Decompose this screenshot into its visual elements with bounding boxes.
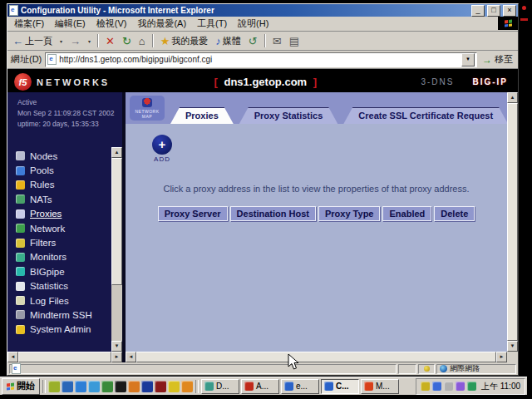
- favorites-button[interactable]: ★我的最愛: [158, 34, 211, 48]
- table-header-proxy-server[interactable]: Proxy Server: [158, 206, 228, 221]
- task-button-label: C...: [336, 382, 349, 391]
- quick-launch-icon-6[interactable]: [115, 381, 126, 392]
- nats-icon: [16, 195, 25, 204]
- history-button[interactable]: ↺: [246, 35, 260, 47]
- table-header-proxy-type[interactable]: Proxy Type: [318, 206, 381, 221]
- menu-item-file[interactable]: 檔案(F): [9, 17, 49, 31]
- tray-icon-3[interactable]: [444, 382, 453, 391]
- quick-launch-icon-4[interactable]: [88, 381, 100, 392]
- scroll-thumb[interactable]: [18, 352, 111, 362]
- network-map-button[interactable]: NETWORK MAP: [130, 96, 165, 121]
- table-header-delete[interactable]: Delete: [434, 206, 475, 221]
- menu-bar: 檔案(F)編輯(E)檢視(V)我的最愛(A)工具(T)說明(H): [7, 17, 518, 32]
- system-admin-icon: [16, 325, 25, 334]
- sidebar-item-nodes[interactable]: Nodes: [16, 149, 109, 163]
- quick-launch-icon-2[interactable]: [62, 381, 73, 392]
- sidebar-item-network[interactable]: Network: [16, 221, 109, 235]
- minimize-button[interactable]: _: [471, 5, 485, 17]
- home-button[interactable]: ⌂: [136, 35, 148, 47]
- sidebar-item-pools[interactable]: Pools: [16, 163, 109, 177]
- refresh-button[interactable]: ↻: [120, 35, 134, 47]
- tab-proxies[interactable]: Proxies: [170, 107, 234, 124]
- status-active: Active: [17, 97, 122, 108]
- back-button[interactable]: ←上一頁: [10, 34, 55, 48]
- quick-launch-icon-5[interactable]: [101, 381, 113, 392]
- quick-launch-icon-8[interactable]: [141, 381, 153, 392]
- sidebar-item-log-files[interactable]: Log Files: [16, 293, 109, 308]
- quick-launch-icon-7[interactable]: [128, 381, 140, 392]
- menu-item-help[interactable]: 說明(H): [233, 17, 273, 31]
- back-dropdown[interactable]: ▾: [57, 37, 65, 45]
- tab-proxy-statistics[interactable]: Proxy Statistics: [239, 107, 338, 124]
- scroll-down-icon[interactable]: ▼: [111, 341, 122, 352]
- sidebar-item-mindterm-ssh[interactable]: Mindterm SSH: [16, 308, 109, 322]
- stop-button[interactable]: ✕: [103, 35, 117, 47]
- task-button-2[interactable]: A...: [241, 379, 279, 394]
- add-proxy-button[interactable]: + ADD: [142, 135, 182, 163]
- menu-item-edit[interactable]: 編輯(E): [50, 17, 91, 31]
- maximize-button[interactable]: □: [487, 5, 500, 17]
- sidebar-item-statistics[interactable]: Statistics: [16, 279, 109, 293]
- quick-launch-icon-11[interactable]: [181, 381, 193, 392]
- quick-launch-icon-1[interactable]: [48, 381, 60, 392]
- address-input[interactable]: e http://dns1.getop.com/bigipgui/bigconf…: [45, 52, 477, 67]
- sidebar-horizontal-scrollbar[interactable]: ◄ ►: [7, 352, 122, 362]
- taskbar-clock[interactable]: 上午 11:00: [481, 381, 520, 392]
- table-header-destination-host[interactable]: Destination Host: [230, 206, 316, 221]
- forward-button[interactable]: →: [67, 35, 83, 47]
- content-vertical-scrollbar[interactable]: ▲ ▼: [507, 92, 518, 352]
- scroll-up-icon[interactable]: ▲: [507, 92, 518, 103]
- print-button[interactable]: ▤: [287, 35, 302, 47]
- proxy-table-header-row: Proxy ServerDestination HostProxy TypeEn…: [126, 206, 507, 221]
- tab-create-ssl-certificate-request[interactable]: Create SSL Certificate Request: [343, 107, 507, 124]
- close-button[interactable]: ×: [503, 5, 516, 17]
- task-button-label: M...: [376, 382, 390, 391]
- sidebar-item-rules[interactable]: Rules: [16, 178, 109, 192]
- link-3dns[interactable]: 3-DNS: [421, 77, 454, 86]
- tray-icon-4[interactable]: [456, 382, 465, 391]
- quick-launch-icon-3[interactable]: [75, 381, 86, 392]
- tray-icon-1[interactable]: [421, 382, 430, 391]
- video-rec-indicator: [522, 6, 526, 10]
- mail-button[interactable]: ✉: [270, 35, 284, 47]
- sidebar-item-label: NATs: [30, 195, 52, 204]
- sidebar-item-label: Nodes: [30, 151, 57, 161]
- quick-launch-icon-9[interactable]: [155, 381, 166, 392]
- sidebar-item-filters[interactable]: Filters: [16, 235, 109, 249]
- quick-launch-icon-10[interactable]: [168, 381, 180, 392]
- tray-icon-5[interactable]: [467, 382, 476, 391]
- scroll-thumb[interactable]: [507, 103, 518, 341]
- table-header-enabled[interactable]: Enabled: [382, 206, 431, 221]
- scroll-down-icon[interactable]: ▼: [507, 341, 518, 352]
- menu-item-view[interactable]: 檢視(V): [91, 17, 132, 31]
- sidebar-item-system-admin[interactable]: System Admin: [16, 323, 109, 337]
- scroll-up-icon[interactable]: ▲: [111, 147, 122, 158]
- start-button[interactable]: 開始: [2, 378, 40, 395]
- sidebar-item-proxies[interactable]: Proxies: [16, 207, 109, 221]
- scroll-right-icon[interactable]: ►: [111, 352, 122, 362]
- task-button-5[interactable]: M...: [361, 379, 399, 394]
- task-button-3[interactable]: e...: [281, 379, 319, 394]
- sidebar-item-monitors[interactable]: Monitors: [16, 250, 109, 264]
- sidebar-item-nats[interactable]: NATs: [16, 192, 109, 206]
- task-button-4[interactable]: C...: [321, 379, 359, 394]
- scroll-left-icon[interactable]: ◄: [126, 352, 136, 362]
- scroll-left-icon[interactable]: ◄: [7, 352, 18, 362]
- statistics-icon: [16, 282, 25, 291]
- window-titlebar[interactable]: e Configuration Utility - Microsoft Inte…: [7, 4, 518, 17]
- address-dropdown-icon[interactable]: ▼: [461, 53, 475, 66]
- task-button-1[interactable]: D...: [201, 379, 239, 394]
- scroll-right-icon[interactable]: ►: [496, 352, 507, 362]
- scroll-thumb[interactable]: [111, 158, 122, 285]
- menu-item-favorites[interactable]: 我的最愛(A): [132, 17, 191, 31]
- link-bigip[interactable]: BIG-IP: [472, 77, 508, 86]
- media-button[interactable]: ♪媒體: [213, 34, 244, 48]
- content-horizontal-scrollbar[interactable]: ◄ ►: [126, 352, 507, 362]
- go-button[interactable]: → 移至: [480, 53, 515, 66]
- forward-dropdown[interactable]: ▾: [86, 37, 93, 45]
- tray-icon-2[interactable]: [432, 382, 441, 391]
- sidebar-vertical-scrollbar[interactable]: ▲ ▼: [111, 147, 122, 352]
- scroll-thumb[interactable]: [136, 352, 496, 362]
- menu-item-tools[interactable]: 工具(T): [192, 17, 232, 31]
- sidebar-item-bigpipe[interactable]: BIGpipe: [16, 264, 109, 278]
